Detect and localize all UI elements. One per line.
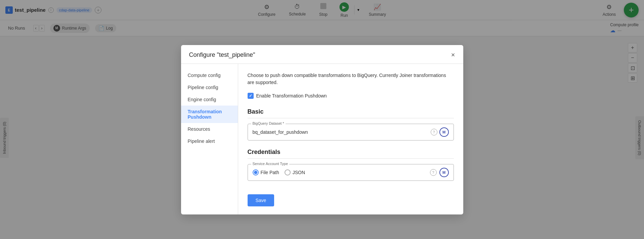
bq-dataset-field: BigQuery Dataset * bq_dataset_for_pushdo… bbox=[248, 124, 454, 141]
enable-checkbox-row: Enable Transformation Pushdown bbox=[248, 93, 454, 99]
bq-dataset-icons: ? M bbox=[431, 127, 449, 137]
basic-section-title: Basic bbox=[248, 108, 454, 118]
json-label: JSON bbox=[293, 170, 305, 175]
file-path-radio-circle[interactable] bbox=[253, 169, 259, 175]
sidebar-item-compute-config[interactable]: Compute config bbox=[181, 69, 238, 81]
enable-pushdown-checkbox[interactable] bbox=[248, 93, 254, 99]
file-path-radio[interactable]: File Path bbox=[253, 169, 279, 175]
modal-title: Configure "test_pipeline" bbox=[189, 51, 255, 58]
service-account-type-field: Service Account Type File Path JSON bbox=[248, 164, 454, 181]
bq-dataset-macro-button[interactable]: M bbox=[439, 127, 449, 137]
bq-dataset-value[interactable]: bq_dataset_for_pushdown bbox=[253, 129, 431, 135]
service-account-type-label: Service Account Type bbox=[251, 162, 290, 166]
file-path-label: File Path bbox=[261, 170, 279, 175]
credentials-section: Credentials Service Account Type File Pa… bbox=[248, 149, 454, 181]
sidebar-item-pipeline-config[interactable]: Pipeline config bbox=[181, 81, 238, 93]
json-radio[interactable]: JSON bbox=[285, 169, 305, 175]
bq-dataset-help-icon[interactable]: ? bbox=[431, 129, 437, 135]
service-account-macro-button[interactable]: M bbox=[439, 168, 449, 177]
service-account-help-icon[interactable]: ? bbox=[430, 169, 437, 176]
modal-close-button[interactable]: × bbox=[451, 51, 455, 59]
radio-group: File Path JSON bbox=[253, 169, 305, 175]
bq-dataset-field-group: BigQuery Dataset * bq_dataset_for_pushdo… bbox=[248, 124, 454, 141]
service-account-field-group: Service Account Type File Path JSON bbox=[248, 164, 454, 181]
sidebar-item-engine-config[interactable]: Engine config bbox=[181, 93, 238, 106]
sidebar-item-resources[interactable]: Resources bbox=[181, 123, 238, 135]
modal-header: Configure "test_pipeline" × bbox=[181, 45, 463, 64]
credentials-section-title: Credentials bbox=[248, 149, 454, 159]
modal-content-area: Choose to push down compatible transform… bbox=[238, 64, 463, 214]
json-radio-circle[interactable] bbox=[285, 169, 291, 175]
save-button[interactable]: Save bbox=[248, 194, 274, 206]
modal-description: Choose to push down compatible transform… bbox=[248, 72, 454, 86]
modal-body: Compute config Pipeline config Engine co… bbox=[181, 64, 463, 214]
bq-dataset-label: BigQuery Dataset * bbox=[251, 121, 286, 125]
sidebar-item-pipeline-alert[interactable]: Pipeline alert bbox=[181, 135, 238, 147]
enable-pushdown-label: Enable Transformation Pushdown bbox=[256, 93, 327, 98]
modal-overlay: Configure "test_pipeline" × Compute conf… bbox=[0, 0, 644, 239]
sidebar-item-transformation-pushdown[interactable]: Transformation Pushdown bbox=[181, 106, 238, 123]
modal-sidebar: Compute config Pipeline config Engine co… bbox=[181, 64, 238, 214]
configure-modal: Configure "test_pipeline" × Compute conf… bbox=[181, 45, 463, 214]
